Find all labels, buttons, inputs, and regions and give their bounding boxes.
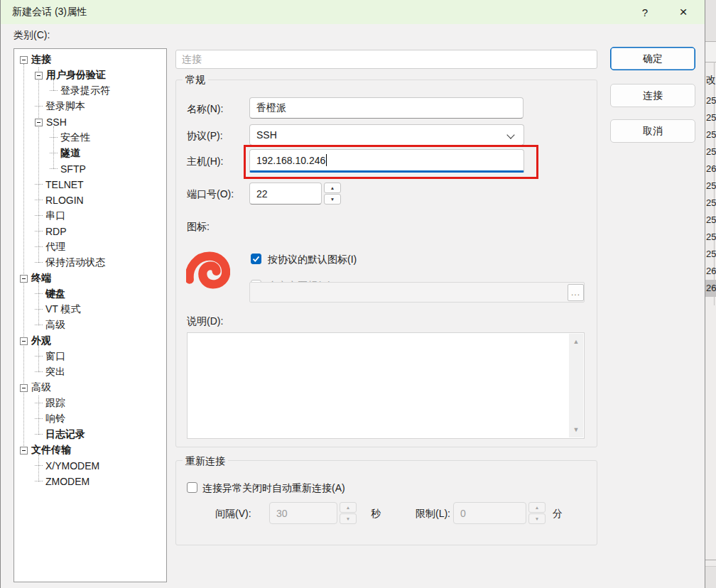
- tree-item-label: 日志记录: [45, 428, 85, 441]
- help-icon[interactable]: ?: [634, 3, 656, 21]
- tree-connector: [35, 434, 43, 435]
- description-textarea[interactable]: [187, 332, 585, 439]
- tree-item[interactable]: 代理: [14, 239, 166, 255]
- browse-button[interactable]: ...: [568, 284, 584, 301]
- tree-item[interactable]: 高级: [14, 317, 166, 333]
- tree-connector: [35, 293, 43, 295]
- scrollbar[interactable]: [569, 334, 583, 437]
- tree-item[interactable]: 连接: [14, 52, 166, 67]
- tree-item-label: 串口: [45, 209, 65, 222]
- background-list-row: 26: [705, 263, 716, 280]
- spin-up-icon[interactable]: [340, 502, 357, 513]
- collapse-icon[interactable]: [35, 119, 43, 126]
- tree-item-label: 高级: [31, 381, 51, 394]
- limit-stepper: [528, 502, 546, 524]
- tree-item[interactable]: 登录提示符: [14, 83, 166, 99]
- tree-item[interactable]: 保持活动状态: [14, 255, 166, 271]
- tree-item-label: 代理: [45, 241, 65, 254]
- tree-item[interactable]: 日志记录: [14, 427, 166, 442]
- tree-item-label: ZMODEM: [45, 476, 90, 487]
- default-icon-checkbox[interactable]: [251, 254, 261, 264]
- tree-item-label: 用户身份验证: [46, 69, 106, 82]
- tree-item[interactable]: ZMODEM: [14, 474, 166, 489]
- spin-up-icon[interactable]: [528, 502, 546, 513]
- tree-item[interactable]: RLOGIN: [14, 192, 166, 208]
- tree-item[interactable]: 外观: [14, 333, 166, 349]
- tree-item[interactable]: TELNET: [14, 177, 166, 192]
- icon-label: 图标:: [187, 221, 210, 234]
- interval-stepper: [340, 502, 357, 524]
- collapse-icon[interactable]: [35, 72, 43, 80]
- spin-down-icon[interactable]: [324, 194, 341, 205]
- divider: [705, 41, 716, 42]
- background-list-row: 25: [705, 212, 716, 229]
- tree-item[interactable]: 窗口: [14, 349, 166, 364]
- spin-down-icon[interactable]: [340, 513, 357, 524]
- tree-item[interactable]: 突出: [14, 364, 166, 380]
- tree-item-label: 保持活动状态: [45, 256, 105, 269]
- tree-item[interactable]: 登录脚本: [14, 99, 166, 114]
- tree-item[interactable]: 文件传输: [14, 442, 166, 458]
- collapse-icon[interactable]: [20, 447, 28, 454]
- tree-item-label: TELNET: [45, 179, 84, 190]
- spin-down-icon[interactable]: [528, 513, 546, 524]
- tree-item-label: 突出: [45, 366, 65, 379]
- limit-input[interactable]: 0: [453, 502, 526, 524]
- scroll-up-icon[interactable]: [569, 335, 583, 348]
- collapse-icon[interactable]: [20, 337, 28, 345]
- collapse-icon[interactable]: [20, 56, 28, 64]
- tree-connector: [35, 184, 43, 185]
- tree-item[interactable]: RDP: [14, 224, 166, 239]
- chevron-down-icon: [506, 131, 514, 138]
- spin-up-icon[interactable]: [324, 183, 341, 193]
- tree-item-label: 高级: [45, 319, 65, 332]
- name-input[interactable]: 香橙派: [249, 97, 524, 119]
- tree-connector: [35, 231, 43, 232]
- tree-item[interactable]: VT 模式: [14, 302, 166, 317]
- tree-item-label: VT 模式: [45, 303, 81, 316]
- session-properties-dialog: 新建会话 (3)属性 ? × 类别(C): 连接用户身份验证登录提示符登录脚本S…: [0, 0, 716, 588]
- tree-connector: [35, 215, 43, 217]
- cancel-button[interactable]: 取消: [610, 119, 695, 143]
- tree-connector: [50, 137, 58, 138]
- tree-item-label: 隧道: [60, 147, 80, 160]
- tree-item[interactable]: 终端: [14, 271, 166, 286]
- tree-item[interactable]: SSH: [14, 114, 166, 130]
- auto-reconnect-checkbox[interactable]: [187, 482, 197, 493]
- background-window-toolbar: [705, 0, 716, 41]
- tree-item[interactable]: SFTP: [14, 161, 166, 177]
- category-tree[interactable]: 连接用户身份验证登录提示符登录脚本SSH安全性隧道SFTPTELNETRLOGI…: [13, 48, 167, 582]
- tree-item[interactable]: 用户身份验证: [14, 67, 166, 83]
- port-input[interactable]: 22: [249, 183, 322, 205]
- tree-connector: [35, 246, 43, 248]
- tree-connector: [35, 371, 43, 373]
- interval-input[interactable]: 30: [269, 502, 337, 524]
- port-label: 端口号(O):: [187, 188, 234, 201]
- tree-item[interactable]: 隧道: [14, 146, 166, 161]
- ok-button[interactable]: 确定: [610, 47, 695, 70]
- window-title: 新建会话 (3)属性: [12, 6, 87, 18]
- general-group-title: 常规: [183, 74, 208, 87]
- tree-item-label: SSH: [46, 116, 67, 128]
- tree-item[interactable]: 串口: [14, 208, 166, 224]
- background-window-statusbar: [705, 567, 716, 588]
- scroll-down-icon[interactable]: [569, 423, 583, 436]
- collapse-icon[interactable]: [20, 275, 28, 283]
- collapse-icon[interactable]: [20, 384, 28, 392]
- tree-item[interactable]: X/YMODEM: [14, 458, 166, 474]
- tree-item[interactable]: 跟踪: [14, 396, 166, 411]
- tree-item-label: 连接: [31, 53, 51, 66]
- tree-item-label: SFTP: [60, 163, 86, 175]
- background-list-row: 25: [705, 195, 716, 212]
- section-header-field: 连接: [175, 50, 597, 69]
- host-input[interactable]: 192.168.10.246: [249, 149, 524, 173]
- close-icon[interactable]: ×: [673, 3, 694, 21]
- tree-item[interactable]: 安全性: [14, 130, 166, 146]
- connect-button[interactable]: 连接: [610, 84, 695, 107]
- tree-connector: [35, 309, 43, 310]
- protocol-select[interactable]: SSH: [249, 124, 524, 146]
- tree-item[interactable]: 响铃: [14, 411, 166, 427]
- tree-item[interactable]: 高级: [14, 380, 166, 396]
- tree-item[interactable]: 键盘: [14, 286, 166, 302]
- custom-icon-path-input[interactable]: [249, 282, 585, 303]
